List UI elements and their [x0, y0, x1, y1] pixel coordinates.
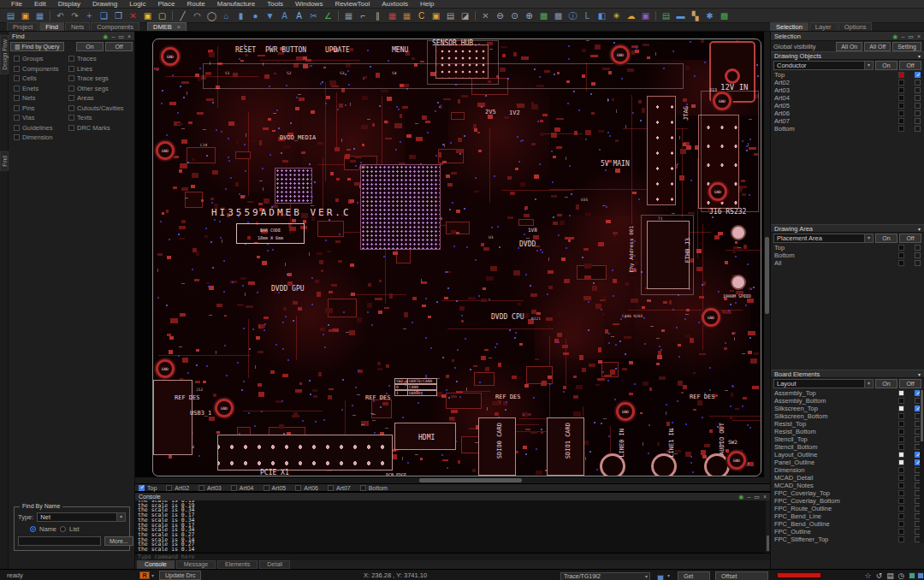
console-tab-elements[interactable]: Elements: [217, 560, 258, 569]
target-icon[interactable]: ▣: [429, 10, 442, 21]
chevron-down-icon[interactable]: ▾: [667, 570, 670, 580]
visibility-checkbox[interactable]: [915, 126, 921, 132]
color-swatch[interactable]: [898, 405, 904, 411]
info-icon[interactable]: ⓘ: [566, 10, 579, 21]
color-swatch[interactable]: [898, 521, 904, 527]
arc-tool-icon[interactable]: ◠: [191, 10, 204, 21]
minimize-icon[interactable]: –: [901, 33, 904, 40]
chevron-down-icon[interactable]: ▾: [116, 513, 125, 521]
checkbox[interactable]: [14, 95, 20, 101]
canvas-horizontal-scrollbar[interactable]: [135, 477, 770, 483]
find-by-query-button[interactable]: ▥ Find by Query: [10, 42, 64, 51]
color-swatch[interactable]: [898, 103, 904, 109]
add-icon[interactable]: +: [83, 10, 96, 21]
layer-checkbox[interactable]: [328, 485, 334, 491]
drc-badge[interactable]: R: [139, 571, 150, 579]
off-button[interactable]: Off: [899, 234, 921, 243]
close-icon[interactable]: ×: [763, 493, 767, 500]
checkbox[interactable]: [14, 115, 20, 121]
pin-icon[interactable]: ◉: [892, 33, 897, 40]
jtag-header[interactable]: [647, 96, 676, 205]
favorites-icon[interactable]: ☆: [862, 571, 874, 580]
layer-class-dropdown[interactable]: Conductor▾: [773, 61, 874, 70]
dot-tool-icon[interactable]: ●: [249, 10, 262, 21]
tab-components[interactable]: Components: [91, 22, 139, 31]
off-button[interactable]: Off: [899, 61, 921, 70]
cut-icon[interactable]: ✂: [307, 10, 320, 21]
board-view-icon[interactable]: ▩: [718, 10, 731, 21]
menu-place[interactable]: Place: [151, 0, 181, 9]
color-swatch[interactable]: [898, 260, 904, 266]
menu-manufacture[interactable]: Manufacture: [211, 0, 261, 9]
pcb-canvas[interactable]: GNDGNDGNDGNDGNDGNDGNDGNDGNDGNDBAR CODE18…: [135, 32, 770, 483]
visibility-checkbox[interactable]: [915, 95, 921, 101]
layer-checkbox[interactable]: [198, 485, 204, 491]
color-swatch[interactable]: [898, 467, 904, 473]
circle-tool-icon[interactable]: ◯: [205, 10, 218, 21]
color-swatch[interactable]: [898, 421, 904, 427]
rotate-icon[interactable]: C: [415, 10, 428, 21]
color-swatch[interactable]: [898, 413, 904, 419]
checkbox[interactable]: [14, 105, 20, 111]
text-icon[interactable]: A: [293, 10, 305, 21]
checkbox[interactable]: [14, 66, 20, 72]
mesh-red-icon[interactable]: ▦: [386, 10, 399, 21]
undo-icon[interactable]: ↶: [54, 10, 67, 21]
color-swatch[interactable]: [898, 482, 904, 488]
menu-tools[interactable]: Tools: [261, 0, 289, 9]
all-on-button[interactable]: All On: [836, 42, 862, 51]
chip-purple-icon[interactable]: ▣: [639, 10, 652, 21]
route-pattern-icon[interactable]: ∥: [371, 10, 384, 21]
layer-checkbox[interactable]: [139, 485, 145, 491]
tab-nets[interactable]: Nets: [65, 22, 90, 31]
visibility-checkbox[interactable]: [915, 110, 921, 116]
close-view-icon[interactable]: ✕: [479, 10, 492, 21]
color-swatch[interactable]: [898, 95, 904, 101]
canvas-vertical-scrollbar[interactable]: [764, 32, 770, 477]
on-button[interactable]: On: [875, 61, 897, 70]
tab-project[interactable]: Project: [7, 22, 38, 31]
find-off-button[interactable]: Off: [105, 42, 133, 51]
color-swatch[interactable]: [898, 87, 904, 93]
paste-icon[interactable]: ❐: [112, 10, 125, 21]
float-icon[interactable]: ▭: [908, 33, 914, 40]
menu-route[interactable]: Route: [181, 0, 210, 9]
checkbox[interactable]: [68, 105, 74, 111]
line-tool-icon[interactable]: ╱: [176, 10, 189, 21]
tab-layer[interactable]: Layer: [809, 22, 838, 31]
checkbox[interactable]: [68, 95, 74, 101]
visibility-checkbox[interactable]: [915, 252, 921, 258]
menu-display[interactable]: Display: [52, 0, 86, 9]
cloud-icon[interactable]: ☁: [625, 10, 637, 21]
offset-button[interactable]: Offset: [715, 571, 768, 580]
color-swatch[interactable]: [898, 436, 904, 442]
visibility-checkbox[interactable]: [915, 260, 921, 266]
list-radio[interactable]: [60, 526, 66, 532]
layer-class-dropdown[interactable]: Layout▾: [773, 379, 874, 388]
color-swatch[interactable]: [898, 245, 904, 251]
secondary-bga[interactable]: [275, 168, 312, 204]
chevron-down-icon[interactable]: ▾: [864, 234, 873, 242]
visibility-checkbox[interactable]: [915, 80, 921, 86]
checkbox[interactable]: [68, 115, 74, 121]
measure-icon[interactable]: ∠: [322, 10, 335, 21]
color-swatch[interactable]: [898, 126, 904, 132]
visibility-checkbox[interactable]: [915, 87, 921, 93]
layer-checkbox[interactable]: [264, 485, 270, 491]
pin-icon[interactable]: ◉: [103, 33, 108, 40]
minimize-icon[interactable]: –: [747, 493, 750, 500]
highlight-icon[interactable]: ✳: [610, 10, 623, 21]
chevron-down-icon[interactable]: ▾: [864, 380, 873, 388]
checkbox[interactable]: [14, 134, 20, 140]
menu-help[interactable]: Help: [414, 0, 440, 9]
layer-checkbox[interactable]: [295, 485, 301, 491]
menu-windows[interactable]: Windows: [289, 0, 329, 9]
active-color-swatch[interactable]: [657, 575, 664, 580]
tab-find[interactable]: Find: [39, 22, 64, 31]
menu-auxtools[interactable]: Auxtools: [376, 0, 414, 9]
recent-icon[interactable]: ◷: [896, 571, 907, 580]
document-tab[interactable]: DMEB ×: [147, 22, 187, 31]
usb3-connector[interactable]: [153, 380, 192, 455]
color-swatch[interactable]: [898, 429, 904, 435]
console-tab-message[interactable]: Message: [176, 560, 216, 569]
